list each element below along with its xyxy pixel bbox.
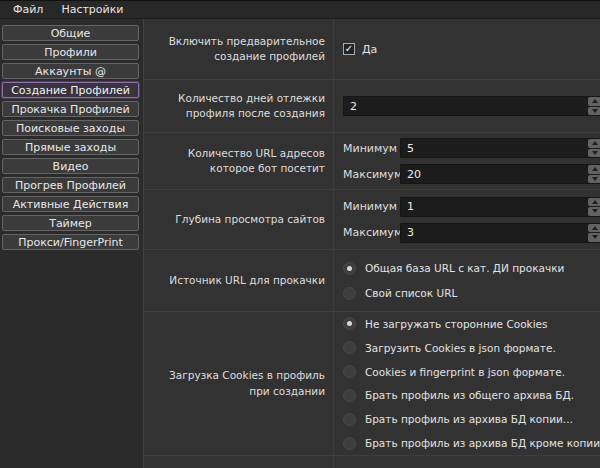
row-depth: Глубина просмотра сайтов Минимум 1 Макси… xyxy=(144,190,600,250)
radio-icon[interactable] xyxy=(343,437,356,450)
sidebar-item-general[interactable]: Общие xyxy=(2,25,139,41)
radio-icon[interactable] xyxy=(343,389,356,402)
row-cookies: Загрузка Cookies в профиль при создании … xyxy=(144,312,600,456)
sidebar-item-accounts[interactable]: Аккаунты @ xyxy=(2,63,139,79)
menu-bar: Файл Настройки xyxy=(0,0,600,19)
cookies-option[interactable]: Загрузить Cookies в json формате. xyxy=(343,336,600,360)
sidebar: Общие Профили Аккаунты @ Создание Профил… xyxy=(0,19,144,468)
radio-icon[interactable] xyxy=(343,287,356,300)
url-source-label: Источник URL для прокачки xyxy=(144,250,334,311)
cookies-option-label: Cookies и fingerprint в json формате. xyxy=(365,366,565,378)
spinner-down-icon[interactable] xyxy=(588,107,600,116)
cookies-option[interactable]: Не загружать сторонние Cookies xyxy=(343,312,600,336)
precreate-checkbox-label: Да xyxy=(362,43,377,56)
cookies-option-label: Не загружать сторонние Cookies xyxy=(365,318,548,330)
sidebar-item-active-actions[interactable]: Активные Действия xyxy=(2,196,139,212)
depth-max-value: 3 xyxy=(401,226,588,239)
sidebar-item-direct-visits[interactable]: Прямые заходы xyxy=(2,139,139,155)
url-count-min-label: Минимум xyxy=(343,142,400,155)
spinner-down-icon[interactable] xyxy=(588,207,600,216)
sidebar-item-search-visits[interactable]: Поисковые заходы xyxy=(2,120,139,136)
url-count-max-input[interactable]: 20 xyxy=(400,164,600,184)
empty-row xyxy=(144,456,600,468)
rest-days-input[interactable]: 2 xyxy=(343,96,600,116)
sidebar-item-profile-warmup[interactable]: Прогрев Профилей xyxy=(2,177,139,193)
precreate-checkbox[interactable]: ✓ xyxy=(343,43,355,55)
url-count-max-label: Максимум xyxy=(343,168,400,181)
menu-settings[interactable]: Настройки xyxy=(52,3,132,16)
row-rest-days: Количество дней отлежки профиля после со… xyxy=(144,80,600,133)
depth-label: Глубина просмотра сайтов xyxy=(144,190,334,249)
sidebar-item-profile-creation[interactable]: Создание Профилей xyxy=(2,82,139,98)
cookies-option[interactable]: Брать профиль из общего архива БД. xyxy=(343,384,600,408)
main-layout: Общие Профили Аккаунты @ Создание Профил… xyxy=(0,19,600,468)
radio-selected-icon[interactable] xyxy=(343,317,356,330)
cookies-option[interactable]: Cookies и fingerprint в json формате. xyxy=(343,360,600,384)
cookies-label: Загрузка Cookies в профиль при создании xyxy=(144,312,334,455)
sidebar-item-timer[interactable]: Таймер xyxy=(2,215,139,231)
radio-selected-icon[interactable] xyxy=(343,262,356,275)
radio-icon[interactable] xyxy=(343,413,356,426)
row-precreate: Включить предварительное создание профил… xyxy=(144,19,600,80)
rest-days-value: 2 xyxy=(344,100,588,113)
row-url-count: Количество URL адресов которое бот посет… xyxy=(144,133,600,190)
sidebar-item-profiles[interactable]: Профили xyxy=(2,44,139,60)
cookies-option-label: Брать профиль из архива БД копии... xyxy=(365,413,573,425)
cookies-option-label: Загрузить Cookies в json формате. xyxy=(365,342,556,354)
spinner-down-icon[interactable] xyxy=(588,233,600,242)
spinner-up-icon[interactable] xyxy=(588,97,600,106)
spinner-down-icon[interactable] xyxy=(588,149,600,158)
depth-min-input[interactable]: 1 xyxy=(400,197,600,217)
depth-min-label: Минимум xyxy=(343,200,400,213)
spinner-up-icon[interactable] xyxy=(588,198,600,207)
sidebar-item-proxy-fingerprint[interactable]: Прокси/FingerPrint xyxy=(2,234,139,250)
cookies-option-label: Брать профиль из архива БД кроме копии. xyxy=(365,437,600,449)
url-count-min-input[interactable]: 5 xyxy=(400,138,600,158)
cookies-option[interactable]: Брать профиль из архива БД кроме копии. xyxy=(343,431,600,455)
url-source-option[interactable]: Свой список URL xyxy=(343,281,600,306)
depth-min-value: 1 xyxy=(401,200,588,213)
spinner-up-icon[interactable] xyxy=(588,224,600,233)
rest-days-label: Количество дней отлежки профиля после со… xyxy=(144,80,334,132)
spinner-up-icon[interactable] xyxy=(588,139,600,148)
spinner-down-icon[interactable] xyxy=(588,175,600,184)
sidebar-item-profile-pumping[interactable]: Прокачка Профилей xyxy=(2,101,139,117)
radio-icon[interactable] xyxy=(343,341,356,354)
depth-max-label: Максимум xyxy=(343,226,400,239)
url-source-option-label: Свой список URL xyxy=(365,287,457,299)
url-count-label: Количество URL адресов которое бот посет… xyxy=(144,133,334,189)
settings-panel: Включить предварительное создание профил… xyxy=(144,19,600,468)
row-url-source: Источник URL для прокачки Общая база URL… xyxy=(144,250,600,312)
sidebar-item-video[interactable]: Видео xyxy=(2,158,139,174)
url-source-option[interactable]: Общая база URL с кат. ДИ прокачки xyxy=(343,256,600,281)
depth-max-input[interactable]: 3 xyxy=(400,223,600,243)
cookies-option[interactable]: Брать профиль из архива БД копии... xyxy=(343,407,600,431)
radio-icon[interactable] xyxy=(343,365,356,378)
url-count-min-value: 5 xyxy=(401,142,588,155)
precreate-label: Включить предварительное создание профил… xyxy=(144,19,334,79)
url-count-max-value: 20 xyxy=(401,168,588,181)
url-source-option-label: Общая база URL с кат. ДИ прокачки xyxy=(365,262,564,274)
cookies-option-label: Брать профиль из общего архива БД. xyxy=(365,389,574,401)
menu-file[interactable]: Файл xyxy=(4,3,52,16)
spinner-up-icon[interactable] xyxy=(588,165,600,174)
